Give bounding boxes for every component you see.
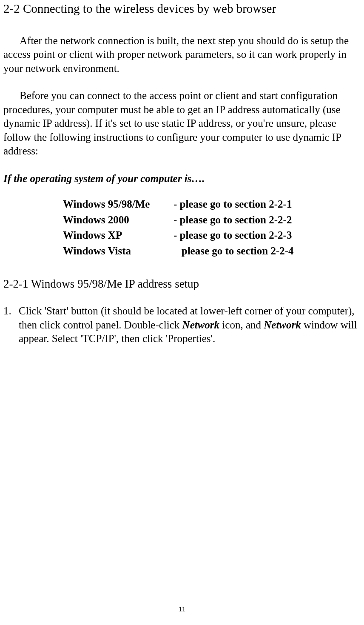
sub-section-title: 2-2-1 Windows 95/98/Me IP address setup bbox=[3, 277, 361, 291]
emphasis-network-1: Network bbox=[182, 319, 220, 331]
os-row: Windows XP - please go to section 2-2-3 bbox=[63, 228, 361, 243]
os-row: Windows 2000 - please go to section 2-2-… bbox=[63, 213, 361, 227]
os-name: Windows 2000 bbox=[63, 213, 173, 227]
os-name: Windows 95/98/Me bbox=[63, 197, 173, 211]
step-text: Click 'Start' button (it should be locat… bbox=[19, 304, 361, 346]
os-name: Windows XP bbox=[63, 228, 173, 243]
os-intro: If the operating system of your computer… bbox=[3, 172, 361, 186]
os-row: Windows Vista please go to section 2-2-4 bbox=[63, 244, 361, 258]
step-1: 1. Click 'Start' button (it should be lo… bbox=[3, 304, 361, 346]
step-text-mid: icon, and bbox=[219, 319, 264, 331]
os-name: Windows Vista bbox=[63, 244, 173, 258]
paragraph-1: After the network connection is built, t… bbox=[3, 34, 361, 76]
page-number: 11 bbox=[0, 605, 364, 614]
os-action: - please go to section 2-2-2 bbox=[173, 213, 361, 227]
os-action: - please go to section 2-2-3 bbox=[173, 228, 361, 243]
section-title: 2-2 Connecting to the wireless devices b… bbox=[3, 1, 361, 17]
emphasis-network-2: Network bbox=[264, 319, 301, 331]
os-row: Windows 95/98/Me - please go to section … bbox=[63, 197, 361, 211]
os-list: Windows 95/98/Me - please go to section … bbox=[63, 197, 361, 258]
paragraph-2: Before you can connect to the access poi… bbox=[3, 89, 361, 158]
os-action: - please go to section 2-2-1 bbox=[173, 197, 361, 211]
step-number: 1. bbox=[3, 304, 19, 346]
os-action: please go to section 2-2-4 bbox=[173, 244, 361, 258]
